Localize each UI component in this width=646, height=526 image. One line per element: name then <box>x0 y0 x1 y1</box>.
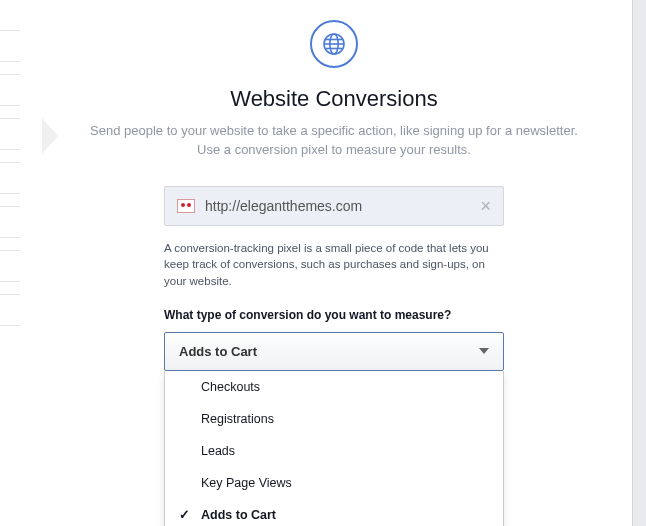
globe-icon <box>310 20 358 68</box>
pixel-helper-text: A conversion-tracking pixel is a small p… <box>164 240 504 290</box>
conversion-type-list: CheckoutsRegistrationsLeadsKey Page View… <box>164 371 504 526</box>
dropdown-option[interactable]: Adds to Cart <box>165 499 503 526</box>
dropdown-option[interactable]: Checkouts <box>165 371 503 403</box>
site-favicon <box>177 199 195 213</box>
page-subtitle: Send people to your website to take a sp… <box>84 122 584 160</box>
url-value: http://elegantthemes.com <box>205 198 470 214</box>
chevron-down-icon <box>479 348 489 354</box>
clear-url-button[interactable]: × <box>480 197 491 215</box>
conversion-type-dropdown[interactable]: Adds to Cart <box>164 332 504 371</box>
conversion-type-prompt: What type of conversion do you want to m… <box>164 308 504 322</box>
header-icon-wrap <box>40 20 628 68</box>
dropdown-selected-label: Adds to Cart <box>179 344 257 359</box>
page-title: Website Conversions <box>40 86 628 112</box>
dropdown-option[interactable]: Registrations <box>165 403 503 435</box>
url-input-box[interactable]: http://elegantthemes.com × <box>164 186 504 226</box>
left-nav-stubs <box>0 30 20 338</box>
dropdown-option[interactable]: Key Page Views <box>165 467 503 499</box>
dropdown-option[interactable]: Leads <box>165 435 503 467</box>
right-sidebar-edge <box>632 0 646 526</box>
nav-pointer <box>42 118 58 154</box>
